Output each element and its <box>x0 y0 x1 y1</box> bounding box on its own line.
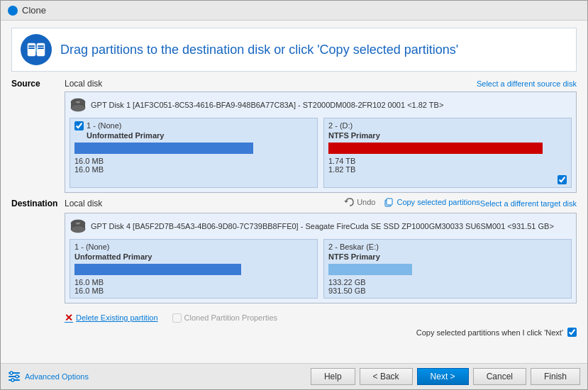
svg-point-9 <box>76 101 80 104</box>
dest-p2-sizes: 133.22 GB 931.50 GB <box>328 278 567 295</box>
dest-p1-size1: 16.0 MB <box>74 278 313 286</box>
source-p2-name: 2 - (D:) <box>328 121 567 130</box>
source-disk-icon <box>70 96 87 113</box>
svg-rect-5 <box>38 48 44 49</box>
dest-partitions-row: 1 - (None) Unformatted Primary 16.0 MB 1… <box>70 239 572 299</box>
copy-next-row: Copy selected partitions when I click 'N… <box>11 326 577 338</box>
advanced-options-icon <box>8 370 21 383</box>
copy-icon <box>384 197 394 207</box>
source-p1-type: Unformatted Primary <box>87 131 164 140</box>
cancel-button[interactable]: Cancel <box>473 368 526 385</box>
title-bar: Clone <box>1 1 587 21</box>
window-title: Clone <box>22 5 46 16</box>
bottom-options: ✕ Delete Existing partition Cloned Parti… <box>11 308 577 326</box>
svg-point-19 <box>10 372 13 374</box>
source-partition-2: 2 - (D:) NTFS Primary 1.74 TB 1.82 TB <box>323 118 572 188</box>
svg-rect-3 <box>37 43 45 56</box>
source-section: Source Local disk Select a different sou… <box>11 79 577 193</box>
footer-buttons: Help < Back Next > Cancel Finish <box>311 368 580 385</box>
dest-p1-bar <box>74 264 313 275</box>
source-header: Source Local disk Select a different sou… <box>11 79 577 89</box>
undo-icon <box>344 197 354 207</box>
source-p2-type: NTFS Primary <box>328 131 567 140</box>
footer: Advanced Options Help < Back Next > Canc… <box>1 363 587 389</box>
back-button[interactable]: < Back <box>360 368 413 385</box>
clone-window: Clone Drag partitions to the destination… <box>0 0 588 390</box>
source-p1-bar <box>74 143 313 154</box>
next-button[interactable]: Next > <box>417 368 469 385</box>
source-partition-1: 1 - (None) Unformatted Primary 16.0 MB 1… <box>70 118 318 188</box>
dest-p1-size2: 16.0 MB <box>74 286 313 295</box>
dest-p1-name: 1 - (None) <box>74 243 313 251</box>
svg-rect-1 <box>28 45 35 47</box>
cloned-props-checkbox[interactable] <box>172 313 182 323</box>
copy-partitions-button[interactable]: Copy selected partitions <box>384 197 479 207</box>
source-disk-header-text: GPT Disk 1 [A1F3C051-8C53-4616-BFA9-948B… <box>91 101 443 109</box>
svg-rect-2 <box>28 48 35 49</box>
source-partitions-row: 1 - (None) Unformatted Primary 16.0 MB 1… <box>70 118 572 188</box>
dest-disk-header-text: GPT Disk 4 [BA5F2D7B-45A3-4B06-9D80-7C73… <box>91 222 554 230</box>
source-subtitle: Local disk <box>65 79 477 89</box>
source-p1-name: 1 - (None) <box>87 121 164 130</box>
advanced-options-button[interactable]: Advanced Options <box>8 370 89 383</box>
finish-button[interactable]: Finish <box>531 368 580 385</box>
dest-p2-type: NTFS Primary <box>328 252 567 261</box>
window-icon <box>8 6 18 16</box>
source-p1-checkbox[interactable] <box>74 121 84 130</box>
svg-point-21 <box>11 379 14 381</box>
dest-p1-type: Unformatted Primary <box>74 252 313 261</box>
source-p2-size1: 1.74 TB <box>328 157 567 165</box>
copy-next-checkbox[interactable] <box>567 328 577 337</box>
source-p2-size2: 1.82 TB <box>328 165 567 174</box>
dest-p1-bar-fill <box>74 264 241 275</box>
svg-rect-0 <box>28 43 35 56</box>
cloned-props-option: Cloned Partition Properties <box>172 313 277 323</box>
undo-label: Undo <box>357 198 375 206</box>
source-p1-size2: 16.0 MB <box>74 165 313 174</box>
content-area: Drag partitions to the destination disk … <box>1 21 587 363</box>
source-p2-bar-fill <box>328 143 543 154</box>
delete-x-icon: ✕ <box>65 312 73 323</box>
dest-disk-header: GPT Disk 4 [BA5F2D7B-45A3-4B06-9D80-7C73… <box>70 218 572 235</box>
dest-p2-size2: 931.50 GB <box>328 286 567 295</box>
source-disk-header: GPT Disk 1 [A1F3C051-8C53-4616-BFA9-948B… <box>70 96 572 113</box>
source-p1-bar-fill <box>74 143 253 154</box>
dest-p2-size1: 133.22 GB <box>328 278 567 286</box>
source-p1-size1: 16.0 MB <box>74 157 313 165</box>
svg-rect-11 <box>387 199 392 205</box>
destination-select-link[interactable]: Select a different target disk <box>480 199 577 208</box>
source-disk-container: GPT Disk 1 [A1F3C051-8C53-4616-BFA9-948B… <box>65 91 577 193</box>
advanced-options-label: Advanced Options <box>25 372 89 381</box>
banner-text: Drag partitions to the destination disk … <box>60 43 458 57</box>
svg-rect-4 <box>38 45 44 47</box>
destination-header: Destination Local disk Undo <box>11 197 577 210</box>
source-p1-sizes: 16.0 MB 16.0 MB <box>74 157 313 174</box>
dest-partition-1: 1 - (None) Unformatted Primary 16.0 MB 1… <box>70 239 318 299</box>
copy-next-label: Copy selected partitions when I click 'N… <box>416 328 563 337</box>
svg-point-15 <box>76 223 80 225</box>
destination-subtitle: Local disk <box>65 199 344 208</box>
delete-partition-button[interactable]: ✕ Delete Existing partition <box>65 312 158 323</box>
copy-label: Copy selected partitions <box>396 198 479 206</box>
svg-point-14 <box>71 225 85 233</box>
dest-p1-sizes: 16.0 MB 16.0 MB <box>74 278 313 295</box>
help-button[interactable]: Help <box>311 368 355 385</box>
dest-p2-bar-fill <box>328 264 412 275</box>
source-p2-bar <box>328 143 567 154</box>
dest-disk-icon <box>70 218 87 235</box>
banner-icon <box>21 34 52 65</box>
source-p2-checkbox[interactable] <box>558 175 567 184</box>
svg-point-20 <box>16 375 18 378</box>
destination-disk-container: GPT Disk 4 [BA5F2D7B-45A3-4B06-9D80-7C73… <box>65 213 577 303</box>
undo-button[interactable]: Undo <box>344 197 375 207</box>
dest-p2-name: 2 - Beskar (E:) <box>328 243 567 251</box>
source-p2-sizes: 1.74 TB 1.82 TB <box>328 157 567 174</box>
destination-label: Destination <box>11 199 65 208</box>
source-p2-check-row <box>328 175 567 184</box>
header-banner: Drag partitions to the destination disk … <box>11 28 577 72</box>
source-p1-check-row: 1 - (None) Unformatted Primary <box>74 121 313 143</box>
svg-point-8 <box>71 104 85 111</box>
source-select-link[interactable]: Select a different source disk <box>477 79 577 88</box>
delete-label: Delete Existing partition <box>76 313 158 322</box>
dest-p2-bar <box>328 264 567 275</box>
